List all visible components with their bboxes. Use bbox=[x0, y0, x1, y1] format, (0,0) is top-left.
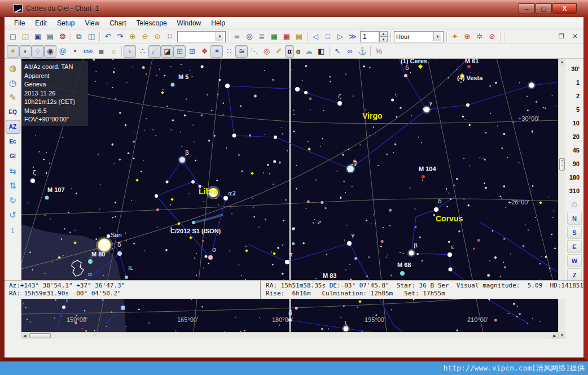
split-window-button[interactable]: ◫ bbox=[85, 30, 98, 43]
time-play-button[interactable]: ▷ bbox=[334, 30, 346, 43]
direction-button-z[interactable]: Z bbox=[567, 268, 582, 281]
show-galaxies-button[interactable]: ◗ bbox=[19, 45, 32, 58]
time-unit-combo[interactable]: Hour▼ bbox=[394, 31, 444, 42]
telescope-control-button[interactable]: ✦ bbox=[449, 30, 461, 43]
rotate-ccw-button[interactable]: ↺ bbox=[6, 208, 20, 222]
maximize-button[interactable]: ▢ bbox=[536, 3, 552, 14]
direction-button-e[interactable]: E bbox=[567, 240, 582, 253]
title-bar[interactable]: Cartes du Ciel - Chart_1 – ▢ X bbox=[0, 0, 588, 17]
milky-way-button[interactable]: ≋ bbox=[235, 45, 248, 58]
menu-file[interactable]: File bbox=[9, 18, 30, 29]
menu-window[interactable]: Window bbox=[172, 18, 207, 29]
menu-setup[interactable]: Setup bbox=[52, 18, 80, 29]
time-step-input[interactable] bbox=[360, 31, 379, 42]
telescope-goto-button[interactable]: ⊕ bbox=[461, 30, 473, 43]
fov-button-90[interactable]: 90 bbox=[565, 157, 583, 171]
horizontal-scrollbar[interactable]: ◀ ▶ bbox=[21, 332, 558, 339]
az-projection-button[interactable]: AZ bbox=[6, 120, 20, 134]
show-stars-button[interactable]: ✶ bbox=[7, 45, 19, 58]
azimuth-grid-button[interactable]: ⊞ bbox=[173, 45, 186, 58]
show-nebulae-button[interactable]: ♢ bbox=[32, 45, 44, 58]
alpha-labels-button[interactable]: α bbox=[285, 45, 293, 58]
fov-button-5[interactable]: 5 bbox=[565, 103, 583, 116]
allsky-icon[interactable]: ☺ bbox=[565, 198, 583, 211]
direction-button-n[interactable]: N bbox=[567, 212, 582, 225]
observatory-setup-button[interactable]: ✎ bbox=[6, 90, 20, 104]
center-target-button[interactable]: ❂ bbox=[56, 30, 69, 43]
show-comets-button[interactable]: ☄ bbox=[148, 45, 161, 58]
horizontal-scroll-thumb[interactable] bbox=[29, 333, 51, 338]
compass-button[interactable]: ❖ bbox=[198, 45, 210, 58]
search-button[interactable]: ∞ bbox=[231, 30, 243, 43]
print-button[interactable]: ▤ bbox=[44, 30, 56, 43]
eyepiece-button[interactable]: ✐ bbox=[273, 45, 285, 58]
position-search-button[interactable]: ◎ bbox=[243, 30, 256, 43]
new-chart-button[interactable]: ▢ bbox=[7, 30, 19, 43]
show-dark-nebulae-button[interactable]: ◉ bbox=[44, 45, 56, 58]
pan-vertical-button[interactable]: ↕ bbox=[6, 223, 20, 237]
atmosphere-button[interactable]: ☁ bbox=[302, 45, 315, 58]
telescope-config-button[interactable]: ✲ bbox=[473, 30, 486, 43]
scroll-right-icon[interactable]: ▶ bbox=[551, 333, 558, 339]
fov-button-30m[interactable]: 30' bbox=[565, 62, 583, 76]
menu-view[interactable]: View bbox=[80, 18, 104, 29]
mdi-restore-button[interactable]: ❐ bbox=[555, 30, 568, 43]
open-chart-button[interactable]: ◱ bbox=[19, 30, 32, 43]
time-back-button[interactable]: ◁ bbox=[309, 30, 322, 43]
fov-button-180[interactable]: 180 bbox=[565, 171, 583, 184]
zoom-out-button[interactable]: ⊖ bbox=[139, 30, 151, 43]
legend-button[interactable]: ▤ bbox=[293, 30, 305, 43]
twilight-button[interactable]: ◪ bbox=[161, 45, 173, 58]
time-dialog-button[interactable]: ◷ bbox=[6, 76, 20, 90]
move-label-button[interactable]: ↖ bbox=[331, 45, 344, 58]
new-window-button[interactable]: ◍ bbox=[6, 61, 20, 75]
background-image-button[interactable]: ◙ bbox=[95, 45, 107, 58]
redo-button[interactable]: ↷ bbox=[114, 30, 126, 43]
menu-help[interactable]: Help bbox=[206, 18, 230, 29]
undo-button[interactable]: ↶ bbox=[102, 30, 114, 43]
chevron-down-icon[interactable]: ▼ bbox=[216, 32, 223, 41]
zoom-default-button[interactable]: ⊙ bbox=[151, 30, 164, 43]
scroll-down-icon[interactable]: ▼ bbox=[559, 332, 565, 339]
fov-button-2[interactable]: 2 bbox=[565, 89, 583, 103]
direction-button-s[interactable]: S bbox=[567, 226, 582, 239]
scroll-up-icon[interactable]: ▲ bbox=[559, 59, 565, 66]
fov-button-10[interactable]: 10 bbox=[565, 116, 583, 130]
dss-button[interactable]: DSS bbox=[81, 45, 95, 58]
time-forward-button[interactable]: ≫ bbox=[346, 30, 359, 43]
minimize-button[interactable]: – bbox=[519, 3, 535, 14]
flip-horizontal-button[interactable]: ⇆ bbox=[6, 164, 20, 178]
eq-projection-button[interactable]: EQ bbox=[6, 105, 20, 119]
sky-brightness-button[interactable]: ☼ bbox=[107, 45, 120, 58]
chevron-down-icon[interactable]: ▼ bbox=[433, 32, 441, 41]
show-planets-button[interactable]: ♄ bbox=[124, 45, 136, 58]
menu-edit[interactable]: Edit bbox=[30, 18, 52, 29]
fov-button-310[interactable]: 310 bbox=[565, 184, 583, 198]
faint-stars-button[interactable]: • bbox=[69, 45, 81, 58]
calendar-button[interactable]: ▦ bbox=[268, 30, 280, 43]
lock-chart-button[interactable]: ⚓ bbox=[356, 45, 368, 58]
mdi-close-button[interactable]: ✕ bbox=[569, 30, 581, 43]
time-step-spinner[interactable]: ▲▼ bbox=[379, 31, 388, 42]
object-search-combo[interactable]: ▼ bbox=[177, 31, 226, 42]
copy-chart-button[interactable]: ⧉ bbox=[73, 30, 85, 43]
fov-button-45[interactable]: 45 bbox=[565, 143, 583, 157]
fov-button-20[interactable]: 20 bbox=[565, 130, 583, 143]
constellation-bounds-button[interactable]: ∷ bbox=[223, 45, 235, 58]
save-button[interactable]: ▣ bbox=[32, 30, 44, 43]
time-stop-button[interactable]: □ bbox=[322, 30, 334, 43]
equatorial-grid-button[interactable]: ⊞ bbox=[186, 45, 198, 58]
scroll-left-icon[interactable]: ◀ bbox=[21, 333, 28, 339]
galaxy-image-button[interactable]: @ bbox=[56, 45, 69, 58]
telescope-abort-button[interactable]: ⊘ bbox=[486, 30, 498, 43]
label-cursor-button[interactable]: α bbox=[294, 45, 302, 58]
zoom-in-button[interactable]: ⊕ bbox=[126, 30, 139, 43]
link-charts-button[interactable]: ∞ bbox=[344, 45, 356, 58]
night-vision-button[interactable]: ◧ bbox=[315, 45, 327, 58]
close-button[interactable]: X bbox=[552, 3, 577, 14]
vertical-scroll-thumb[interactable] bbox=[559, 158, 565, 171]
galactic-projection-button[interactable]: Gl bbox=[6, 149, 20, 163]
fov-button-1[interactable]: 1 bbox=[565, 76, 583, 89]
direction-button-w[interactable]: W bbox=[567, 254, 582, 267]
menu-chart[interactable]: Chart bbox=[104, 18, 131, 29]
